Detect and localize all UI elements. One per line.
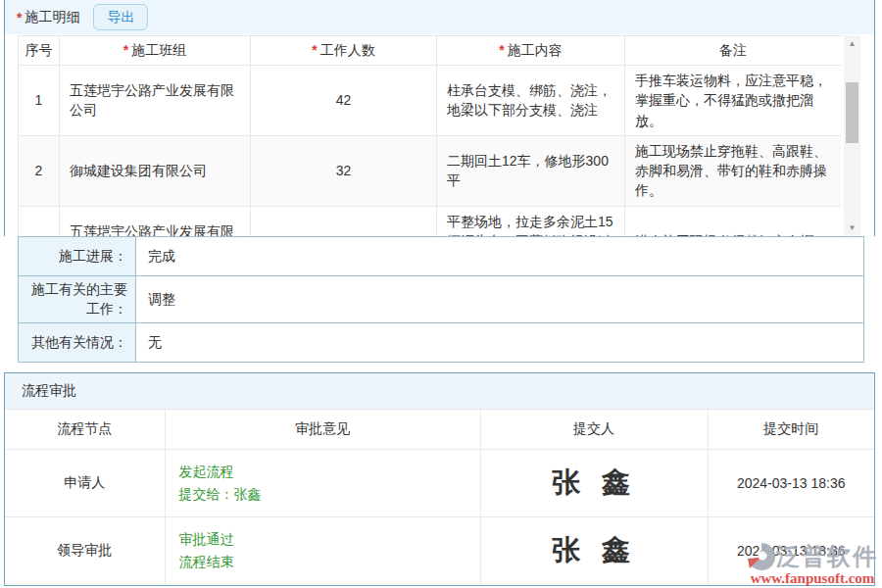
cell-workers: 25	[251, 206, 437, 236]
panel-title: 施工明细	[24, 9, 79, 26]
table-row: 1 五莲垲宇公路产业发展有限公司 42 柱承台支模、绑筋、浇注，地梁以下部分支模…	[19, 66, 842, 136]
header-workers: *工作人数	[251, 36, 437, 66]
cell-workers: 32	[251, 135, 437, 206]
form-label-other: 其他有关情况：	[19, 323, 136, 363]
cell-flow-node: 申请人	[5, 449, 165, 516]
approval-panel: 流程审批 流程节点 审批意见 提交人 提交时间 申请人 发起流程 提交给：张鑫 …	[4, 372, 875, 586]
cell-content: 柱承台支模、绑筋、浇注，地梁以下部分支模、浇注	[437, 66, 625, 136]
required-star: *	[123, 42, 128, 58]
detail-summary-form: 施工进展： 完成 施工有关的主要工作： 调整 其他有关情况： 无	[18, 236, 864, 363]
cell-remark: 手推车装运物料，应注意平稳，掌握重心，不得猛跑或撒把溜放。	[625, 66, 842, 136]
form-value-mainwork: 调整	[136, 276, 864, 323]
form-row: 施工进展： 完成	[19, 237, 864, 276]
cell-submit-time: 2024-03-13 18:36	[708, 516, 874, 584]
required-star: *	[499, 42, 504, 58]
approval-header-row: 流程节点 审批意见 提交人 提交时间	[5, 410, 874, 449]
cell-team: 御城建设集团有限公司	[60, 135, 251, 206]
cell-remark: 施工现场禁止穿拖鞋、高跟鞋、赤脚和易滑、带钉的鞋和赤膊操作。	[625, 135, 842, 206]
signature: 张 鑫	[480, 449, 708, 516]
scrollbar-thumb[interactable]	[846, 82, 858, 143]
detail-header-row: 序号 *施工班组 *工作人数 *施工内容 备注	[19, 36, 842, 66]
form-row: 施工有关的主要工作： 调整	[19, 276, 864, 323]
form-row: 其他有关情况： 无	[19, 323, 864, 363]
cell-seq: 2	[19, 135, 60, 206]
scroll-up-icon[interactable]: ▲	[844, 37, 860, 50]
header-seq: 序号	[19, 36, 60, 66]
table-row: 3 五莲垲宇公路产业发展有限公司 25 平整场地，拉走多余泥土15辆泥头车，围蔽…	[19, 206, 842, 236]
opinion-line: 流程结束	[179, 551, 480, 573]
cell-team: 五莲垲宇公路产业发展有限公司	[60, 66, 251, 136]
cell-seq: 3	[19, 206, 60, 236]
header-flow-node: 流程节点	[5, 410, 165, 449]
form-label-mainwork: 施工有关的主要工作：	[19, 276, 136, 323]
form-value-progress: 完成	[136, 237, 864, 276]
form-value-other: 无	[136, 323, 864, 363]
detail-titlebar: * 施工明细 导出	[5, 0, 874, 34]
detail-table: 序号 *施工班组 *工作人数 *施工内容 备注 1 五莲垲宇公路产业发展有限公司…	[18, 35, 841, 236]
header-content: *施工内容	[437, 36, 625, 66]
cell-workers: 42	[251, 66, 437, 136]
cell-submit-time: 2024-03-13 18:36	[708, 449, 874, 516]
opinion-line: 提交给：张鑫	[179, 483, 480, 506]
cell-content: 二期回土12车，修地形300平	[437, 135, 625, 206]
cell-seq: 1	[19, 66, 60, 136]
export-button[interactable]: 导出	[93, 4, 148, 30]
construction-detail-panel: * 施工明细 导出 序号 *施工班组 *工作人数 *施工内容 备注 1 五莲垲宇…	[4, 0, 875, 236]
opinion-line: 发起流程	[179, 461, 480, 483]
cell-team: 五莲垲宇公路产业发展有限公司	[60, 206, 251, 236]
form-label-progress: 施工进展：	[19, 237, 136, 276]
cell-opinion: 发起流程 提交给：张鑫	[165, 449, 480, 516]
header-submit-time: 提交时间	[708, 410, 874, 449]
required-star: *	[312, 42, 317, 58]
required-star: *	[17, 10, 22, 25]
approval-table: 流程节点 审批意见 提交人 提交时间 申请人 发起流程 提交给：张鑫 张 鑫 2…	[5, 410, 874, 584]
table-row: 2 御城建设集团有限公司 32 二期回土12车，修地形300平 施工现场禁止穿拖…	[19, 135, 842, 206]
cell-opinion: 审批通过 流程结束	[165, 516, 480, 584]
cell-remark: 进人施工现场必须戴好安全帽	[625, 206, 842, 236]
detail-table-viewport: 序号 *施工班组 *工作人数 *施工内容 备注 1 五莲垲宇公路产业发展有限公司…	[18, 35, 841, 236]
opinion-line: 审批通过	[179, 528, 480, 551]
approval-title: 流程审批	[5, 373, 874, 410]
header-remark: 备注	[625, 36, 842, 66]
signature: 张 鑫	[480, 516, 708, 584]
scroll-down-icon[interactable]: ▼	[844, 221, 860, 234]
approval-row: 领导审批 审批通过 流程结束 张 鑫 2024-03-13 18:36	[5, 516, 874, 584]
approval-row: 申请人 发起流程 提交给：张鑫 张 鑫 2024-03-13 18:36	[5, 449, 874, 516]
header-submitter: 提交人	[480, 410, 708, 449]
header-team: *施工班组	[60, 36, 251, 66]
header-opinion: 审批意见	[165, 410, 480, 449]
cell-flow-node: 领导审批	[5, 516, 165, 584]
cell-content: 平整场地，拉走多余泥土15辆泥头车，围蔽板班组没过来安装围蔽板	[437, 206, 625, 236]
vertical-scrollbar[interactable]: ▲ ▼	[844, 35, 860, 236]
